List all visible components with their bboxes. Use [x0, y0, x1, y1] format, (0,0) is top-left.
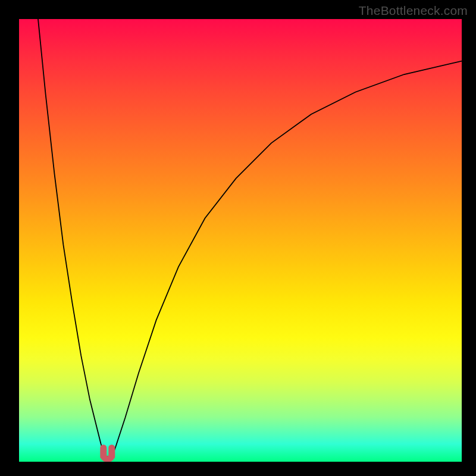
minimum-marker-icon — [104, 448, 112, 459]
chart-svg — [19, 19, 462, 462]
plot-area — [19, 19, 462, 462]
outer-frame: TheBottleneck.com — [0, 0, 476, 476]
bottleneck-curve — [38, 19, 462, 456]
watermark-text: TheBottleneck.com — [359, 4, 468, 18]
